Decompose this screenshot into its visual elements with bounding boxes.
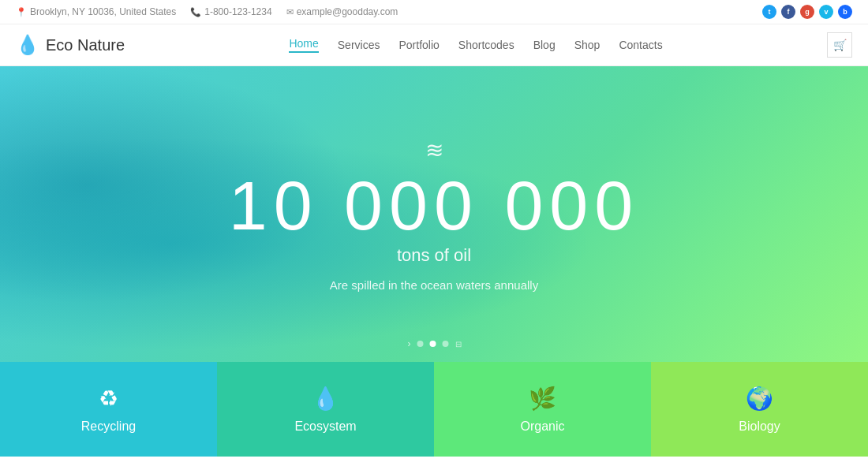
address-item: 📍 Brooklyn, NY 10036, United States [16,6,176,17]
card-recycling[interactable]: ♻ Recycling [0,362,217,457]
vimeo-icon[interactable]: v [819,5,833,19]
social-icons: t f g v b [762,5,852,19]
logo-icon: 💧 [16,34,39,56]
card-biology[interactable]: 🌍 Biology [651,362,868,457]
hero-subtitle: tons of oil [229,245,639,266]
hero-number: 10 000 000 [229,171,639,240]
email-icon: ✉ [286,7,294,17]
hero-description: Are spilled in the ocean waters annually [229,278,639,292]
nav-blog[interactable]: Blog [533,39,556,51]
recycling-icon: ♻ [99,386,118,412]
nav-home[interactable]: Home [289,37,318,53]
feature-cards: ♻ Recycling 💧 Ecosystem 🌿 Organic 🌍 Biol… [0,362,868,457]
nav-services[interactable]: Services [338,39,380,51]
card-ecosystem[interactable]: 💧 Ecosystem [217,362,434,457]
nav-contacts[interactable]: Contacts [619,39,662,51]
brand-name: Eco Nature [46,36,125,54]
phone-item: 📞 1-800-123-1234 [190,6,271,17]
nav-shop[interactable]: Shop [574,39,600,51]
nav-portfolio[interactable]: Portfolio [398,39,439,51]
hero-content: ≋ 10 000 000 tons of oil Are spilled in … [229,137,639,292]
facebook-icon[interactable]: f [781,5,795,19]
navbar: 💧 Eco Nature Home Services Portfolio Sho… [0,24,868,66]
hero-dots: › ⊟ [408,338,461,349]
google-icon[interactable]: g [800,5,814,19]
twitter-icon[interactable]: t [762,5,776,19]
phone-icon: 📞 [190,7,201,17]
card-biology-label: Biology [739,419,780,434]
dot-arrow[interactable]: › [408,338,411,349]
card-organic[interactable]: 🌿 Organic [434,362,651,457]
logo[interactable]: 💧 Eco Nature [16,34,125,56]
email-text: example@goodday.com [297,6,398,17]
nav-links: Home Services Portfolio Shortcodes Blog … [289,37,662,53]
phone-text: 1-800-123-1234 [204,6,271,17]
cart-button[interactable]: 🛒 [827,32,852,58]
hero-section: ≋ 10 000 000 tons of oil Are spilled in … [0,66,868,362]
card-recycling-label: Recycling [81,419,136,434]
email-item: ✉ example@goodday.com [286,6,398,17]
dot-lines: ⊟ [455,340,461,349]
card-organic-label: Organic [520,419,564,434]
ecosystem-icon: 💧 [312,386,339,412]
biology-icon: 🌍 [746,386,773,412]
dot-3[interactable] [443,341,449,347]
behance-icon[interactable]: b [838,5,852,19]
wave-icon: ≋ [229,137,639,163]
location-icon: 📍 [16,7,27,17]
address-text: Brooklyn, NY 10036, United States [30,6,176,17]
dot-1[interactable] [417,341,424,347]
topbar-left: 📍 Brooklyn, NY 10036, United States 📞 1-… [16,6,398,17]
dot-2[interactable] [430,341,436,347]
card-ecosystem-label: Ecosystem [294,419,356,434]
topbar: 📍 Brooklyn, NY 10036, United States 📞 1-… [0,0,868,24]
nav-shortcodes[interactable]: Shortcodes [458,39,514,51]
organic-icon: 🌿 [529,386,556,412]
